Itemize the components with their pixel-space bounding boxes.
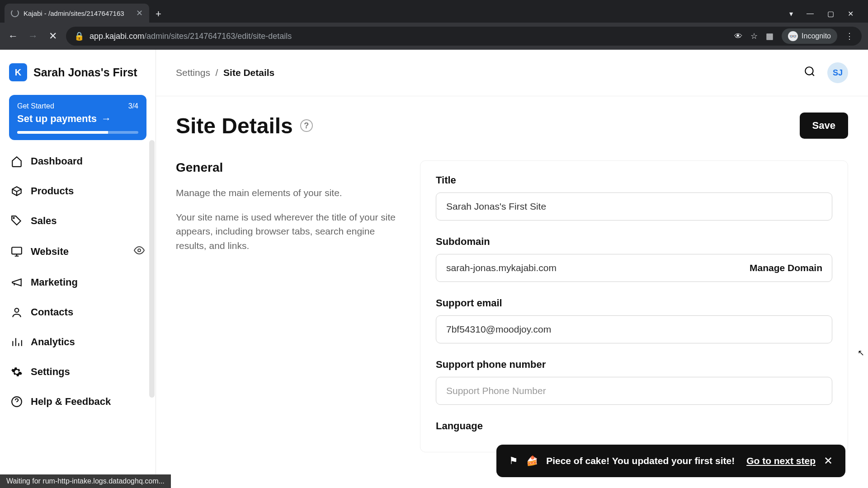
box-icon xyxy=(11,185,23,197)
form-card: Title Subdomain Manage Domain Support em… xyxy=(420,160,848,452)
sidebar-item-contacts[interactable]: Contacts xyxy=(6,300,149,324)
heading-row: Site Details ? Save xyxy=(176,113,848,139)
avatar-initials: SJ xyxy=(833,68,843,78)
star-icon[interactable]: ☆ xyxy=(750,31,758,41)
page-title: Site Details xyxy=(176,113,293,138)
subdomain-label: Subdomain xyxy=(436,236,832,248)
incognito-badge: 👓 Incognito xyxy=(782,28,837,44)
support-phone-input[interactable] xyxy=(436,377,832,405)
stop-reload-button[interactable]: ✕ xyxy=(46,29,60,43)
close-tab-icon[interactable]: ✕ xyxy=(136,8,143,18)
address-bar[interactable]: 🔒 app.kajabi.com/admin/sites/2147647163/… xyxy=(66,27,862,46)
monitor-icon xyxy=(11,246,23,258)
get-started-cta: Set up payments xyxy=(17,113,97,125)
toast-close-icon[interactable]: ✕ xyxy=(824,455,833,467)
browser-tab[interactable]: Kajabi - /admin/sites/2147647163 ✕ xyxy=(5,4,149,23)
incognito-icon: 👓 xyxy=(788,31,798,41)
language-label: Language xyxy=(436,420,832,432)
chevron-down-icon[interactable]: ▾ xyxy=(789,9,793,18)
sidebar-nav: Dashboard Products Sales Website Marketi… xyxy=(6,149,149,414)
toast-notification: ⚑ 🍰 Piece of cake! You updated your firs… xyxy=(496,445,845,477)
section-desc-2: Your site name is used wherever the titl… xyxy=(176,210,402,253)
search-icon[interactable] xyxy=(804,66,816,80)
sidebar-item-label: Analytics xyxy=(31,336,75,348)
help-tooltip-icon[interactable]: ? xyxy=(300,119,313,132)
sidebar-item-dashboard[interactable]: Dashboard xyxy=(6,149,149,174)
brand-logo-icon: K xyxy=(9,63,27,81)
forward-button: → xyxy=(26,29,40,43)
eye-icon[interactable] xyxy=(134,245,145,258)
minimize-icon[interactable]: — xyxy=(807,9,814,18)
incognito-label: Incognito xyxy=(802,32,831,40)
sidebar-item-label: Settings xyxy=(31,366,70,378)
new-tab-button[interactable]: + xyxy=(149,8,168,23)
section-desc-1: Manage the main elements of your site. xyxy=(176,186,402,200)
kebab-menu-icon[interactable]: ⋮ xyxy=(845,31,854,41)
support-email-label: Support email xyxy=(436,297,832,309)
eye-off-icon[interactable]: 👁 xyxy=(734,32,742,41)
window-controls: ▾ — ▢ ✕ xyxy=(779,9,863,23)
sidebar-item-label: Help & Feedback xyxy=(31,396,111,408)
toast-message: Piece of cake! You updated your first si… xyxy=(546,455,735,466)
url-domain: app.kajabi.com xyxy=(90,32,144,41)
svg-point-2 xyxy=(138,249,141,252)
browser-chrome: Kajabi - /admin/sites/2147647163 ✕ + ▾ —… xyxy=(0,0,868,50)
sidebar-item-label: Dashboard xyxy=(31,155,83,167)
home-icon xyxy=(11,155,23,167)
sidebar-item-help[interactable]: Help & Feedback xyxy=(6,389,149,414)
sidebar-item-website[interactable]: Website xyxy=(6,239,149,265)
back-button[interactable]: ← xyxy=(6,29,20,43)
get-started-label: Get Started xyxy=(17,102,54,110)
flag-icon: ⚑ xyxy=(509,455,518,467)
app-shell: K Sarah Jonas's First Get Started 3/4 Se… xyxy=(0,50,868,488)
megaphone-icon xyxy=(11,277,23,288)
topbar: Settings / Site Details SJ xyxy=(156,50,868,96)
browser-status-bar: Waiting for rum-http-intake.logs.datadog… xyxy=(0,474,171,488)
browser-toolbar: ← → ✕ 🔒 app.kajabi.com/admin/sites/21476… xyxy=(0,23,868,50)
breadcrumb-root[interactable]: Settings xyxy=(176,67,210,78)
svg-point-0 xyxy=(13,217,14,218)
tag-icon xyxy=(11,215,23,227)
sidebar-item-label: Website xyxy=(31,246,69,258)
get-started-counter: 3/4 xyxy=(128,102,138,110)
main-content: Settings / Site Details SJ Site Details … xyxy=(156,50,868,488)
close-window-icon[interactable]: ✕ xyxy=(848,9,854,18)
avatar[interactable]: SJ xyxy=(827,62,848,83)
bar-chart-icon xyxy=(11,336,23,348)
brand[interactable]: K Sarah Jonas's First xyxy=(6,59,149,92)
toast-link[interactable]: Go to next step xyxy=(746,455,816,466)
sidebar-item-sales[interactable]: Sales xyxy=(6,209,149,233)
get-started-card[interactable]: Get Started 3/4 Set up payments → xyxy=(9,95,146,140)
url-path: /admin/sites/2147647163/edit/site-detail… xyxy=(144,32,292,41)
user-icon xyxy=(11,306,23,318)
sidebar-item-settings[interactable]: Settings xyxy=(6,360,149,384)
sidebar-item-label: Contacts xyxy=(31,306,73,318)
breadcrumb: Settings / Site Details xyxy=(176,67,274,78)
sidebar-item-analytics[interactable]: Analytics xyxy=(6,330,149,354)
save-button[interactable]: Save xyxy=(800,113,848,139)
toast-emoji: 🍰 xyxy=(526,455,538,466)
title-label: Title xyxy=(436,174,832,186)
tab-title: Kajabi - /admin/sites/2147647163 xyxy=(24,9,124,17)
section-intro: General Manage the main elements of your… xyxy=(176,160,402,452)
title-input[interactable] xyxy=(436,192,832,221)
svg-point-3 xyxy=(15,308,19,312)
maximize-icon[interactable]: ▢ xyxy=(827,9,834,18)
lock-icon: 🔒 xyxy=(74,31,84,41)
page-content: Site Details ? Save General Manage the m… xyxy=(156,96,868,469)
sidebar-item-products[interactable]: Products xyxy=(6,179,149,203)
extensions-icon[interactable]: ▦ xyxy=(766,31,774,41)
breadcrumb-current: Site Details xyxy=(223,67,274,78)
sidebar-item-label: Products xyxy=(31,185,74,197)
support-phone-label: Support phone number xyxy=(436,359,832,371)
arrow-right-icon: → xyxy=(101,113,111,125)
tab-bar: Kajabi - /admin/sites/2147647163 ✕ + ▾ —… xyxy=(0,0,868,23)
sidebar-item-marketing[interactable]: Marketing xyxy=(6,270,149,295)
manage-domain-link[interactable]: Manage Domain xyxy=(750,263,822,273)
sidebar-item-label: Marketing xyxy=(31,277,78,288)
loading-spinner-icon xyxy=(11,9,19,17)
support-email-input[interactable] xyxy=(436,315,832,343)
gear-icon xyxy=(11,366,23,378)
brand-name: Sarah Jonas's First xyxy=(33,66,137,79)
get-started-progress xyxy=(17,131,138,134)
